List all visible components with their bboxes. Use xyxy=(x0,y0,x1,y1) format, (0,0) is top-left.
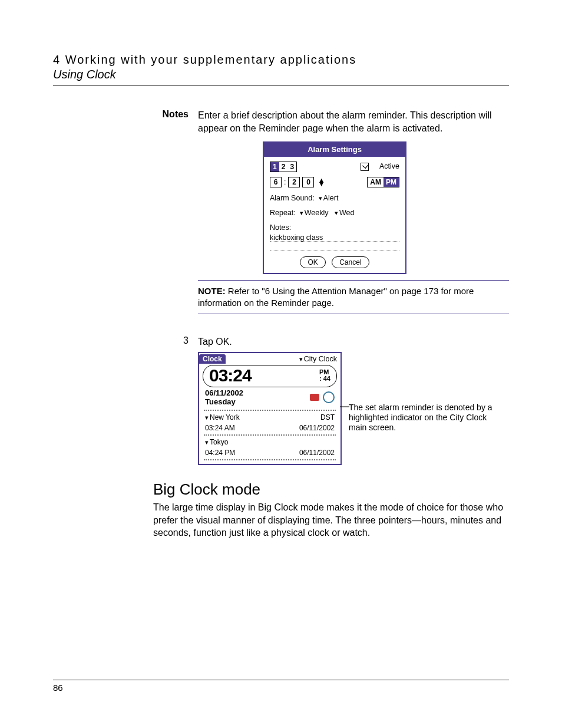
alarm-tab-2[interactable]: 2 xyxy=(279,162,288,172)
notes-body: Enter a brief description about the alar… xyxy=(198,109,509,134)
note-box: NOTE: Refer to "6 Using the Attention Ma… xyxy=(198,280,509,315)
city2-dropdown[interactable]: Tokyo xyxy=(205,438,228,446)
section-heading: Using Clock xyxy=(53,68,509,81)
big-time: 03:24 xyxy=(209,365,252,386)
clock-mode-dropdown[interactable]: City Clock xyxy=(299,355,337,363)
alarm-title: Alarm Settings xyxy=(264,143,405,157)
cancel-button[interactable]: Cancel xyxy=(332,256,369,268)
step-text: Tap OK. xyxy=(198,335,509,348)
time-seconds: : 44 xyxy=(319,375,330,382)
settings-clock-icon[interactable] xyxy=(323,391,335,403)
active-checkbox[interactable] xyxy=(361,163,369,171)
big-clock-heading: Big Clock mode xyxy=(153,480,509,499)
header-rule xyxy=(53,85,509,85)
alarm-tab-3[interactable]: 3 xyxy=(287,162,296,172)
ampm-toggle[interactable]: AM PM xyxy=(367,177,399,187)
alarm-sound-dropdown[interactable]: Alert xyxy=(319,194,339,202)
city1-time: 03:24 AM xyxy=(205,424,235,432)
big-clock-body: The large time display in Big Clock mode… xyxy=(153,501,509,539)
clock-date: 06/11/2002 xyxy=(205,388,243,397)
clock-figure: Clock City Clock 03:24 PM: 44 06/11/2002… xyxy=(198,352,509,465)
chapter-heading: 4 Working with your supplementary applic… xyxy=(53,53,509,67)
alarm-sound-label: Alarm Sound: xyxy=(270,194,315,202)
repeat-dropdown[interactable]: Weekly xyxy=(300,209,329,217)
notes-input-line2[interactable] xyxy=(270,242,399,251)
repeat-label: Repeat: xyxy=(270,209,296,217)
notes-body-col: Enter a brief description about the alar… xyxy=(198,109,509,332)
time-stepper[interactable]: ▲▼ xyxy=(318,179,325,186)
notes-field-label: Notes: xyxy=(270,223,399,233)
step-number: 3 xyxy=(53,335,198,346)
city1-dropdown[interactable]: New York xyxy=(205,413,240,421)
alarm-tabs[interactable]: 1 2 3 xyxy=(270,162,297,172)
city1-date: 06/11/2002 xyxy=(299,424,335,432)
notes-input-line1[interactable]: kickboxing class xyxy=(270,233,399,242)
note-text: Refer to "6 Using the Attention Manager"… xyxy=(198,286,474,308)
city1-tag: DST xyxy=(320,413,335,421)
city2-date: 06/11/2002 xyxy=(299,449,335,457)
notes-label: Notes xyxy=(53,109,198,120)
minute-ones[interactable]: 0 xyxy=(302,177,314,187)
city-clock-panel: Clock City Clock 03:24 PM: 44 06/11/2002… xyxy=(198,352,342,465)
page: 4 Working with your supplementary applic… xyxy=(0,0,562,728)
pm-option[interactable]: PM xyxy=(384,177,399,187)
clock-dow: Tuesday xyxy=(205,397,243,406)
alarm-settings-panel: Alarm Settings 1 2 3 Active 6 xyxy=(263,141,406,274)
page-number: 86 xyxy=(53,680,509,693)
hour-field[interactable]: 6 xyxy=(270,177,282,187)
callout-text: The set alarm reminder is denoted by a h… xyxy=(349,403,496,432)
active-label: Active xyxy=(379,162,399,172)
time-display: 03:24 PM: 44 xyxy=(203,365,337,387)
step-row: 3 Tap OK. xyxy=(53,335,509,348)
ok-button[interactable]: OK xyxy=(300,256,325,268)
clock-tab[interactable]: Clock xyxy=(199,354,226,364)
notes-row: Notes Enter a brief description about th… xyxy=(53,109,509,332)
alarm-tab-1[interactable]: 1 xyxy=(270,162,279,172)
city2-time: 04:24 PM xyxy=(205,449,235,457)
repeat-day-dropdown[interactable]: Wed xyxy=(335,209,354,217)
alarm-indicator-icon[interactable] xyxy=(310,394,319,401)
am-option[interactable]: AM xyxy=(368,177,384,187)
minute-tens[interactable]: 2 xyxy=(288,177,300,187)
note-lead: NOTE: xyxy=(198,286,226,296)
